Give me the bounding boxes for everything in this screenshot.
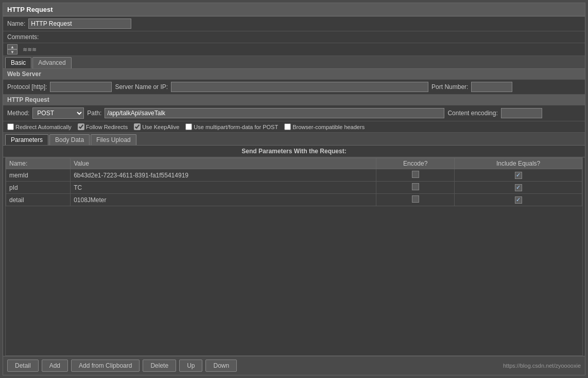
col-encode: Encode?	[376, 158, 455, 169]
param-name-cell: pId	[6, 182, 71, 194]
comments-label: Comments:	[7, 33, 39, 41]
protocol-input[interactable]	[50, 82, 112, 92]
content-encoding-label: Content encoding:	[447, 110, 497, 117]
params-table: Name: Value Encode? Include Equals? memI…	[6, 158, 582, 206]
params-header: Send Parameters With the Request:	[3, 146, 585, 157]
param-include-equals-cell: ✓	[455, 182, 582, 194]
name-label: Name:	[7, 20, 25, 27]
param-include-equals-cell: ✓	[455, 169, 582, 182]
checkboxes-row: Redirect Automatically Follow Redirects …	[3, 121, 585, 133]
tab-basic[interactable]: Basic	[5, 57, 31, 68]
col-name: Name:	[6, 158, 71, 169]
delete-button[interactable]: Delete	[143, 359, 176, 372]
main-tabs-bar: Basic Advanced	[3, 56, 585, 69]
sub-tab-parameters[interactable]: Parameters	[5, 134, 48, 145]
resize-handle: ≋≋≋	[23, 46, 37, 53]
params-content: Name: Value Encode? Include Equals? memI…	[5, 157, 583, 356]
bottom-bar: Detail Add Add from Clipboard Delete Up …	[3, 356, 585, 375]
main-panel: HTTP Request Name: Comments: ▲ ▼ ≋≋≋ Bas…	[3, 3, 585, 375]
param-name-cell: memId	[6, 169, 71, 182]
port-label: Port Number:	[431, 83, 468, 91]
down-button[interactable]: Down	[205, 359, 237, 372]
table-row[interactable]: detail0108JMeter✓	[6, 194, 582, 206]
name-input[interactable]	[28, 19, 131, 29]
use-keepalive-checkbox[interactable]: Use KeepAlive	[134, 123, 179, 130]
watermark: https://blog.csdn.net/zyooooxie	[503, 363, 581, 369]
add-from-clipboard-button[interactable]: Add from Clipboard	[71, 359, 140, 372]
table-row[interactable]: memId6b43d2e1-7223-4611-8391-fa1f5541491…	[6, 169, 582, 182]
sub-tab-files-upload[interactable]: Files Upload	[91, 134, 136, 145]
param-value-cell: 6b43d2e1-7223-4611-8391-fa1f55414919	[71, 169, 376, 182]
protocol-label: Protocol [http]:	[7, 83, 47, 91]
port-input[interactable]	[471, 82, 512, 92]
server-name-input[interactable]	[171, 82, 428, 92]
method-label: Method:	[7, 110, 29, 117]
col-value: Value	[71, 158, 376, 169]
tab-advanced[interactable]: Advanced	[32, 57, 71, 68]
param-value-cell: TC	[71, 182, 376, 194]
param-value-cell: 0108JMeter	[71, 194, 376, 206]
path-input[interactable]	[105, 108, 444, 118]
comments-row: Comments:	[3, 31, 585, 43]
param-encode-cell	[376, 182, 455, 194]
title-text: HTTP Request	[7, 6, 53, 13]
browser-compatible-checkbox[interactable]: Browser-compatible headers	[284, 123, 365, 130]
web-server-row: Protocol [http]: Server Name or IP: Port…	[3, 80, 585, 95]
param-encode-cell	[376, 169, 455, 182]
path-label: Path:	[87, 110, 101, 117]
method-select[interactable]: POST GET PUT DELETE	[32, 107, 84, 119]
col-include-equals: Include Equals?	[455, 158, 582, 169]
sub-tab-body-data[interactable]: Body Data	[49, 134, 90, 145]
up-button[interactable]: Up	[179, 359, 202, 372]
method-path-row: Method: POST GET PUT DELETE Path: Conten…	[3, 105, 585, 121]
sub-tabs-bar: Parameters Body Data Files Upload	[3, 133, 585, 146]
scroll-up-btn[interactable]: ▲	[7, 44, 18, 49]
table-row[interactable]: pIdTC✓	[6, 182, 582, 194]
server-label: Server Name or IP:	[115, 83, 168, 91]
param-name-cell: detail	[6, 194, 71, 206]
param-encode-cell	[376, 194, 455, 206]
content-encoding-input[interactable]	[501, 108, 542, 118]
use-multipart-checkbox[interactable]: Use multipart/form-data for POST	[185, 123, 278, 130]
redirect-automatically-checkbox[interactable]: Redirect Automatically	[7, 123, 72, 130]
params-section: Send Parameters With the Request: Name: …	[3, 146, 585, 356]
param-include-equals-cell: ✓	[455, 194, 582, 206]
add-button[interactable]: Add	[42, 359, 68, 372]
detail-button[interactable]: Detail	[7, 359, 39, 372]
web-server-section: Web Server	[3, 69, 585, 80]
http-request-section: HTTP Request	[3, 95, 585, 105]
panel-title: HTTP Request	[3, 3, 585, 16]
scroll-down-btn[interactable]: ▼	[7, 49, 18, 55]
name-row: Name:	[3, 16, 585, 31]
bottom-buttons: Detail Add Add from Clipboard Delete Up …	[7, 359, 237, 372]
follow-redirects-checkbox[interactable]: Follow Redirects	[78, 123, 128, 130]
